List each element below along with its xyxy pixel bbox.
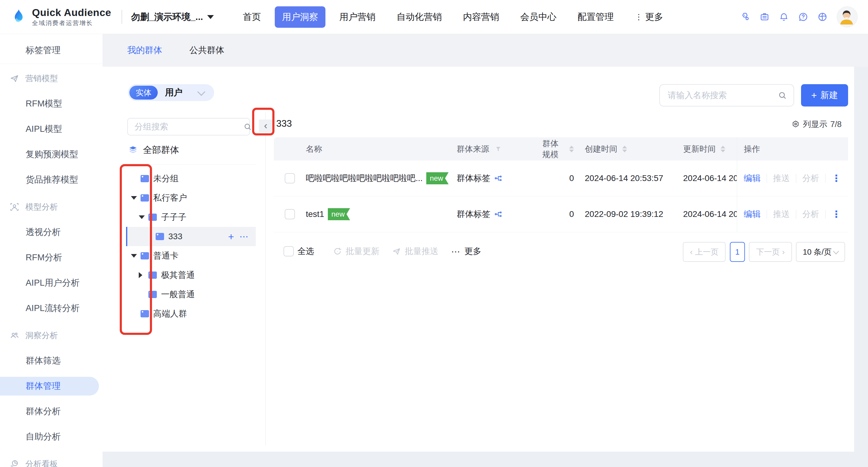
sort-icon[interactable] <box>569 146 574 152</box>
entity-select[interactable]: 实体 用户 <box>128 84 214 101</box>
name-search-input[interactable] <box>660 91 778 100</box>
analyze-action[interactable]: 分析 <box>802 173 819 184</box>
header-divider <box>122 10 122 24</box>
all-groups-item[interactable]: 全部群体 <box>128 142 179 158</box>
sidebar-section-insight-analysis: 洞察分析 <box>0 323 102 348</box>
sidebar-item-self-analysis[interactable]: 自助分析 <box>0 424 102 449</box>
bell-icon[interactable] <box>779 12 789 22</box>
batch-update-button[interactable]: 批量更新 <box>333 246 379 257</box>
page-number-button[interactable]: 1 <box>730 242 745 262</box>
nav-more[interactable]: ⋮更多 <box>628 6 671 28</box>
group-more-icon[interactable]: ⋯ <box>240 235 249 239</box>
document-icon[interactable] <box>760 12 770 22</box>
folder-icon <box>148 214 157 221</box>
share-flow-icon[interactable] <box>494 174 502 183</box>
sort-icon[interactable] <box>720 146 725 152</box>
select-all-checkbox[interactable] <box>283 246 294 256</box>
tree-item-high-end[interactable]: 高端人群 <box>126 304 256 323</box>
user-avatar[interactable] <box>837 6 858 27</box>
more-actions-button[interactable]: ⋯ 更多 <box>451 246 482 257</box>
prev-page-button[interactable]: ‹ 上一页 <box>683 242 726 262</box>
row-updated: 2024-06-14 20 <box>683 209 737 219</box>
sidebar-item-repurchase-model[interactable]: 复购预测模型 <box>0 142 102 167</box>
tree-item-extremely-normal[interactable]: 极其普通 <box>126 266 256 285</box>
nav-user-marketing[interactable]: 用户营销 <box>332 6 383 28</box>
create-button[interactable]: + 新建 <box>801 84 848 106</box>
row-more-menu-icon[interactable]: ⋮ <box>832 210 841 218</box>
folder-icon <box>148 291 157 298</box>
filter-icon[interactable] <box>495 146 502 153</box>
workspace-selector[interactable]: 勿删_演示环境_... <box>131 11 214 23</box>
push-action[interactable]: 推送 <box>773 173 790 184</box>
tree-item-zzz[interactable]: 子子子 <box>126 208 256 227</box>
tree-item-ungrouped[interactable]: 未分组 <box>126 169 256 188</box>
sidebar-item-aipl-model[interactable]: AIPL模型 <box>0 117 102 142</box>
sidebar-item-audience-filter[interactable]: 群体筛选 <box>0 348 102 373</box>
row-created: 2024-06-14 20:53:57 <box>585 174 683 183</box>
nav-content-marketing[interactable]: 内容营销 <box>456 6 506 28</box>
search-icon[interactable] <box>778 91 787 100</box>
edit-action[interactable]: 编辑 <box>744 209 761 220</box>
globe-icon[interactable] <box>817 12 828 22</box>
tab-public-audience[interactable]: 公共群体 <box>189 44 224 56</box>
row-checkbox[interactable] <box>285 173 295 183</box>
row-checkbox[interactable] <box>285 209 295 219</box>
column-scale[interactable]: 群体规模 <box>542 138 585 160</box>
nav-home[interactable]: 首页 <box>236 6 268 28</box>
next-page-button[interactable]: 下一页 › <box>749 242 792 262</box>
panel-collapse-button[interactable]: ‹ <box>259 120 273 132</box>
nav-user-insight[interactable]: 用户洞察 <box>275 6 326 28</box>
nav-config[interactable]: 配置管理 <box>570 6 621 28</box>
sidebar-item-perspective-analysis[interactable]: 透视分析 <box>0 220 102 245</box>
chevron-down-icon <box>197 88 206 96</box>
edit-action[interactable]: 编辑 <box>744 173 761 184</box>
tree-expand-caret[interactable] <box>139 272 148 278</box>
tree-item-333-selected[interactable]: 333 + ⋯ <box>126 227 256 246</box>
column-updated[interactable]: 更新时间 <box>683 144 737 154</box>
tree-item-normal-card[interactable]: 普通卡 <box>126 246 256 266</box>
sort-icon[interactable] <box>622 146 627 152</box>
tree-item-private-bank[interactable]: 私行客户 <box>126 188 256 208</box>
main-nav: 首页 用户洞察 用户营销 自动化营销 内容营销 会员中心 配置管理 ⋮更多 <box>236 6 671 28</box>
column-created[interactable]: 创建时间 <box>585 144 683 154</box>
push-action[interactable]: 推送 <box>773 209 790 220</box>
page-size-select[interactable]: 10 条/页 <box>796 242 845 262</box>
help-icon[interactable] <box>798 12 808 22</box>
nav-member-center[interactable]: 会员中心 <box>513 6 564 28</box>
search-icon[interactable] <box>243 123 252 131</box>
sidebar-item-goods-recommend-model[interactable]: 货品推荐模型 <box>0 167 102 192</box>
share-flow-icon[interactable] <box>494 210 502 218</box>
sidebar: 标签管理 营销模型 RFM模型 AIPL模型 复购预测模型 货品推荐模型 模型分… <box>0 34 102 467</box>
dashboard-icon <box>10 459 19 467</box>
row-name: test1 <box>306 209 324 219</box>
column-display-control[interactable]: 列显示 7/8 <box>792 119 842 130</box>
sidebar-item-audience-analysis[interactable]: 群体分析 <box>0 399 102 424</box>
sidebar-item-rfm-analysis[interactable]: RFM分析 <box>0 245 102 270</box>
send-icon <box>10 73 19 83</box>
brand-logo-icon <box>10 8 27 25</box>
tab-my-audience[interactable]: 我的群体 <box>127 44 162 56</box>
tree-expand-caret[interactable] <box>139 215 148 219</box>
top-header: Quick Audience 全域消费者运营增长 勿删_演示环境_... 首页 … <box>0 0 868 34</box>
sidebar-section-model-analysis: 模型分析 <box>0 194 102 220</box>
analyze-action[interactable]: 分析 <box>802 209 819 220</box>
tree-expand-caret[interactable] <box>131 254 141 258</box>
sidebar-item-aipl-user-analysis[interactable]: AIPL用户分析 <box>0 270 102 295</box>
workbench-icon[interactable] <box>740 12 750 22</box>
batch-push-button[interactable]: 批量推送 <box>392 246 438 257</box>
add-subgroup-icon[interactable]: + <box>228 232 234 241</box>
nav-auto-marketing[interactable]: 自动化营销 <box>390 6 449 28</box>
chevron-left-icon: ‹ <box>264 120 267 130</box>
sidebar-item-audience-management[interactable]: 群体管理 <box>0 377 99 396</box>
tree-expand-caret[interactable] <box>131 196 141 200</box>
sidebar-item-aipl-flow-analysis[interactable]: AIPL流转分析 <box>0 295 102 321</box>
sidebar-item-tag-management[interactable]: 标签管理 <box>0 38 102 63</box>
sidebar-section-marketing-model: 营销模型 <box>0 66 102 91</box>
group-search-input[interactable] <box>128 122 243 131</box>
row-source: 群体标签 <box>457 173 490 184</box>
name-search-box <box>659 84 794 106</box>
chevron-down-icon <box>833 248 839 254</box>
tree-item-generally-normal[interactable]: 一般普通 <box>126 285 256 304</box>
row-more-menu-icon[interactable]: ⋮ <box>832 174 841 183</box>
sidebar-item-rfm-model[interactable]: RFM模型 <box>0 91 102 117</box>
